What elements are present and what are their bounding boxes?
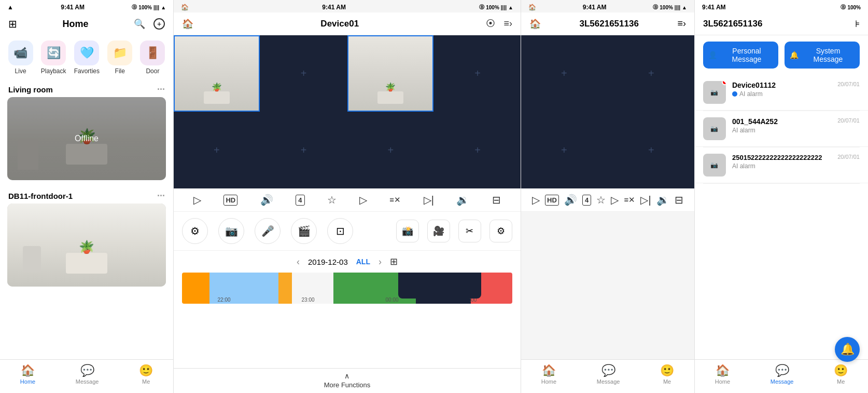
- 3l-ctrl-grid4[interactable]: 4: [582, 195, 591, 206]
- me-nav-icon-1: 🙂: [139, 364, 153, 377]
- func-scan[interactable]: ⊡: [327, 218, 353, 244]
- video-cell-4[interactable]: +: [435, 35, 521, 112]
- 3l-ctrl-star[interactable]: ☆: [596, 194, 606, 206]
- playback-icon: 🔄: [41, 40, 66, 65]
- nav-home-1[interactable]: 🏠 Home: [20, 364, 35, 385]
- 3l-ctrl-play2[interactable]: ▷: [611, 194, 619, 206]
- personal-message-button[interactable]: 👤 Personal Message: [703, 42, 778, 69]
- device01-home-icon[interactable]: 🏠: [182, 18, 193, 30]
- messages-filter-icon[interactable]: ⊧: [855, 18, 860, 30]
- shortcut-playback[interactable]: 🔄 Playback: [41, 40, 66, 75]
- 3l-ctrl-audio[interactable]: 🔊: [564, 194, 577, 206]
- func-camera[interactable]: 📷: [218, 218, 244, 244]
- me-nav-label-4: Me: [837, 378, 845, 385]
- ctrl-layout[interactable]: ⊟: [492, 194, 501, 206]
- ctrl-next[interactable]: ▷|: [424, 194, 434, 206]
- video-cell-5[interactable]: +: [174, 113, 260, 189]
- timeline-prev[interactable]: ‹: [297, 256, 300, 267]
- 3l-cell-3[interactable]: +: [521, 113, 607, 189]
- video-cell-6[interactable]: +: [261, 113, 347, 189]
- msg-item-device01112[interactable]: 📷 Device01112 AI alarm 20/07/01: [695, 75, 868, 111]
- video-cell-7[interactable]: +: [347, 113, 433, 189]
- nav-message-3[interactable]: 💬 Message: [597, 364, 620, 385]
- 3l-ctrl-list[interactable]: ≡✕: [624, 195, 636, 205]
- func-settings[interactable]: ⚙: [182, 218, 208, 244]
- apps-grid-icon[interactable]: ⊞: [8, 18, 17, 30]
- nav-home-4[interactable]: 🏠 Home: [715, 364, 730, 385]
- 3l-ctrl-volume[interactable]: 🔉: [656, 194, 669, 206]
- home-nav-label-1: Home: [20, 378, 35, 385]
- 3l-cell-1[interactable]: +: [521, 35, 607, 112]
- func-mic[interactable]: 🎤: [255, 218, 281, 244]
- ctrl-list[interactable]: ≡✕: [389, 195, 401, 205]
- 3l-cell-2[interactable]: +: [608, 35, 694, 112]
- timeline-all[interactable]: ALL: [356, 258, 370, 266]
- device01-title: Device01: [320, 19, 359, 29]
- ctrl-hd[interactable]: HD: [223, 195, 237, 206]
- timeline-next[interactable]: ›: [379, 256, 382, 267]
- chair2-shape: [23, 246, 41, 272]
- device01-settings-icon[interactable]: ⦿: [486, 18, 495, 29]
- 3l-ctrl-play[interactable]: ▷: [532, 194, 540, 206]
- video-cell-2[interactable]: +: [261, 35, 347, 112]
- 3l-home-icon[interactable]: 🏠: [529, 18, 541, 30]
- msg-sub-text-2: AI alarm: [732, 127, 755, 134]
- tl-seg-4: [292, 273, 333, 304]
- 3l-ctrl-next[interactable]: ▷|: [640, 194, 651, 206]
- add-icon[interactable]: +: [153, 18, 165, 30]
- message-nav-label-4: Message: [771, 378, 794, 385]
- 3l-ctrl-hd[interactable]: HD: [545, 195, 559, 206]
- func-snapshot[interactable]: 📸: [396, 220, 419, 242]
- nav-me-3[interactable]: 🙂 Me: [660, 364, 674, 385]
- func-scissors[interactable]: ✂: [458, 220, 481, 242]
- status-icons-1: Ⓑ 100% |||| ▲: [132, 4, 166, 11]
- 3l-ctrl-layout[interactable]: ⊟: [675, 194, 683, 206]
- ctrl-play2[interactable]: ▷: [359, 194, 367, 206]
- 3l-grid4-icon: 4: [582, 195, 591, 206]
- video-cell-1[interactable]: 🪴: [174, 35, 260, 112]
- timeline-grid-view[interactable]: ⊞: [390, 256, 398, 267]
- shortcut-door[interactable]: 🚪 Door: [140, 40, 165, 75]
- func-record[interactable]: 🎥: [427, 220, 450, 242]
- msg-item-250152[interactable]: 📷 250152222222222222222222 AI alarm 20/0…: [695, 147, 868, 183]
- video-cell-8[interactable]: +: [435, 113, 521, 189]
- home-nav-icon-3: 🏠: [542, 364, 556, 377]
- ctrl-grid4[interactable]: 4: [296, 195, 304, 206]
- ctrl-volume[interactable]: 🔉: [456, 194, 469, 206]
- shortcut-favorties[interactable]: 🩵 Favorties: [74, 40, 100, 75]
- video-cell-3[interactable]: 🪴: [347, 35, 433, 112]
- msg-item-001544[interactable]: 📷 001_544A252 AI alarm 20/07/01: [695, 111, 868, 147]
- mini-room-1: 🪴: [174, 35, 260, 112]
- nav-message-4[interactable]: 💬 Message: [771, 364, 794, 385]
- 3l-menu-icon[interactable]: ≡›: [677, 18, 686, 29]
- nav-me-1[interactable]: 🙂 Me: [139, 364, 153, 385]
- db11-camera[interactable]: 🪴: [7, 204, 166, 287]
- timeline-bar: ✕ 22:00 23:00 00:00 :00: [182, 273, 512, 304]
- bell-fab[interactable]: 🔔: [835, 337, 860, 362]
- func-video[interactable]: 🎬: [291, 218, 317, 244]
- ctrl-star[interactable]: ☆: [327, 194, 337, 206]
- 3l-cell-4[interactable]: +: [608, 113, 694, 189]
- search-icon[interactable]: 🔍: [134, 18, 145, 30]
- db11-more[interactable]: ···: [157, 191, 165, 201]
- shortcut-live[interactable]: 📹 Live: [8, 40, 33, 75]
- func-mic-icon: 🎤: [261, 225, 274, 237]
- 3l-video-grid: + + + +: [521, 35, 694, 188]
- tl-seg-3: [278, 273, 292, 304]
- living-room-camera[interactable]: 🪴 Offline: [7, 97, 166, 180]
- shortcut-file[interactable]: 📁 File: [107, 40, 132, 75]
- living-room-more[interactable]: ···: [157, 84, 165, 95]
- ctrl-play[interactable]: ▷: [193, 194, 201, 206]
- more-functions[interactable]: ∧ More Functions: [174, 368, 521, 393]
- nav-home-3[interactable]: 🏠 Home: [541, 364, 556, 385]
- ctrl-volume-icon: 🔉: [456, 194, 469, 206]
- system-message-button[interactable]: 🔔 System Message: [785, 42, 860, 69]
- ctrl-star-icon: ☆: [327, 194, 337, 206]
- msg-sub-text-1: AI alarm: [739, 90, 763, 98]
- device01-menu-icon[interactable]: ≡›: [503, 18, 512, 29]
- nav-me-4[interactable]: 🙂 Me: [834, 364, 848, 385]
- nav-message-1[interactable]: 💬 Message: [76, 364, 99, 385]
- ctrl-audio[interactable]: 🔊: [260, 194, 273, 206]
- dark-popup[interactable]: ✕: [398, 273, 481, 299]
- func-advanced-settings[interactable]: ⚙: [489, 220, 512, 242]
